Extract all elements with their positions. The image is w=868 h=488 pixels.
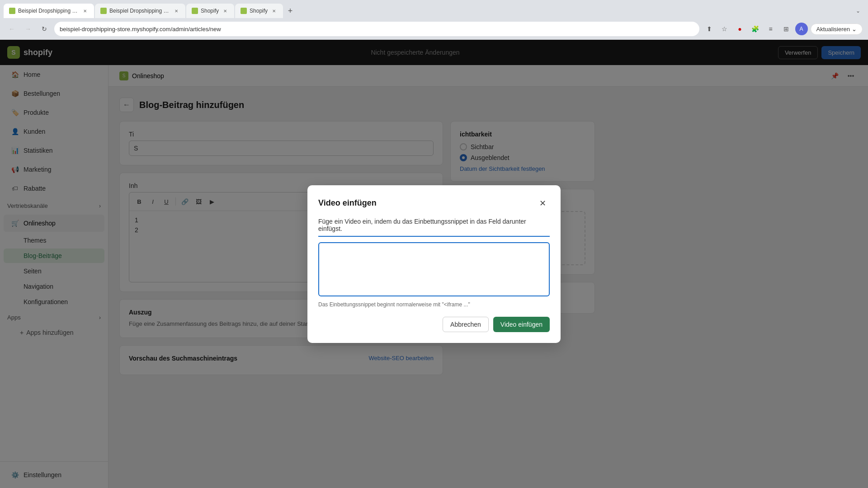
layout-icon[interactable]: ⊞ [780,23,793,35]
tab-2-close[interactable]: ✕ [173,7,180,14]
tab-3-close[interactable]: ✕ [222,7,229,14]
forward-nav-button[interactable]: → [22,23,34,35]
tab-1-favicon [9,8,15,14]
bookmark-icon[interactable]: ☆ [718,23,731,35]
new-tab-button[interactable]: + [284,5,297,17]
tab-1-close[interactable]: ✕ [81,7,89,14]
tab-4[interactable]: Shopify ✕ [235,4,283,18]
tab-4-favicon [241,8,247,14]
aktualisieren-chevron: ⌄ [852,26,857,33]
abbrechen-button[interactable]: Abbrechen [443,317,489,332]
tab-3[interactable]: Shopify ✕ [186,4,234,18]
menu-icon[interactable]: ≡ [764,23,777,35]
modal-description: Füge ein Video ein, indem du das Einbett… [318,218,550,237]
reload-nav-button[interactable]: ↻ [38,23,51,35]
tab-3-title: Shopify [201,8,219,14]
aktualisieren-label: Aktualisieren [816,26,850,33]
share-icon[interactable]: ⬆ [703,23,716,35]
video-einfuegen-button[interactable]: Video einfügen [493,317,550,332]
modal-hint: Das Einbettungssnippet beginnt normalerw… [318,301,550,308]
tab-2[interactable]: Beispiel Dropshipping Store ✕ [95,4,185,18]
tab-4-title: Shopify [250,8,268,14]
modal-footer: Abbrechen Video einfügen [318,317,550,332]
extension-icon[interactable]: 🧩 [749,23,762,35]
tab-2-favicon [100,8,107,14]
modal-title: Video einfügen [318,198,377,208]
modal-overlay: Video einfügen ✕ Füge ein Video ein, ind… [0,40,868,488]
tab-bar: Beispiel Dropshipping Store · E... ✕ Bei… [0,0,868,18]
tab-4-close[interactable]: ✕ [270,7,278,14]
browser-chrome: Beispiel Dropshipping Store · E... ✕ Bei… [0,0,868,40]
modal-embed-textarea[interactable] [318,242,550,296]
browser-actions: ⬆ ☆ ● 🧩 ≡ ⊞ A Aktualisieren ⌄ [703,23,863,35]
profile-icon[interactable]: A [795,23,808,35]
tab-1-title: Beispiel Dropshipping Store · E... [18,8,79,14]
back-nav-button[interactable]: ← [5,23,18,35]
tab-3-favicon [192,8,198,14]
opera-icon[interactable]: ● [734,23,746,35]
video-einfuegen-modal: Video einfügen ✕ Füge ein Video ein, ind… [307,185,561,343]
url-input[interactable] [54,22,699,36]
tab-1[interactable]: Beispiel Dropshipping Store · E... ✕ [4,4,94,18]
aktualisieren-button[interactable]: Aktualisieren ⌄ [811,23,863,35]
tab-2-title: Beispiel Dropshipping Store [109,8,170,14]
modal-close-button[interactable]: ✕ [535,196,550,211]
modal-header: Video einfügen ✕ [318,196,550,211]
address-bar: ← → ↻ ⬆ ☆ ● 🧩 ≡ ⊞ A Aktualisieren ⌄ [0,18,868,40]
tab-overflow-button[interactable]: ⌄ [852,5,864,17]
